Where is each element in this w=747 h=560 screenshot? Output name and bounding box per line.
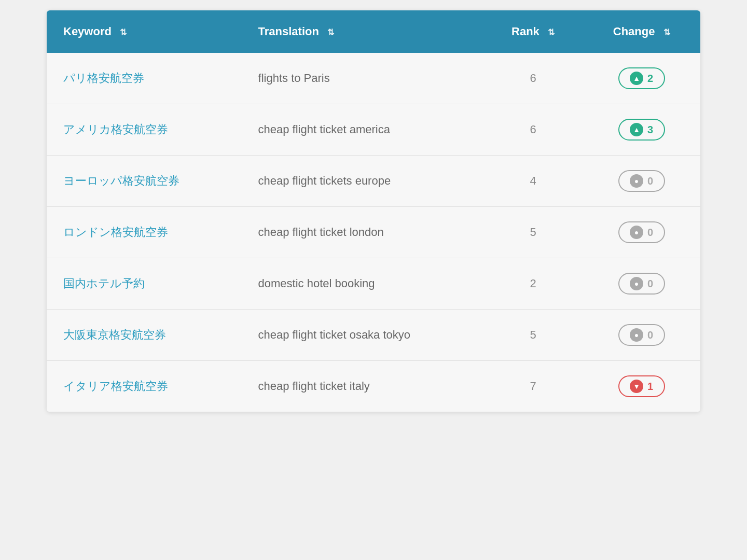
rank-header-label: Rank [511,25,540,38]
translation-cell: cheap flight ticket london [242,207,483,258]
change-cell: ●0 [583,207,700,258]
rank-cell: 4 [483,156,583,207]
table-row: アメリカ格安航空券cheap flight ticket america6▲3 [47,104,700,156]
translation-cell: cheap flight ticket america [242,104,483,156]
change-badge: ▲3 [618,119,665,141]
table-row: パリ格安航空券flights to Paris6▲2 [47,53,700,104]
keyword-cell: 大阪東京格安航空券 [47,310,242,361]
change-cell: ●0 [583,310,700,361]
rank-cell: 7 [483,361,583,412]
keywords-table: Keyword ⇅ Translation ⇅ Rank ⇅ Change ⇅ … [47,10,700,412]
table-row: ヨーロッパ格安航空券cheap flight tickets europe4●0 [47,156,700,207]
change-cell: ▼1 [583,361,700,412]
keyword-cell: ヨーロッパ格安航空券 [47,156,242,207]
change-cell: ●0 [583,258,700,310]
table-header-row: Keyword ⇅ Translation ⇅ Rank ⇅ Change ⇅ [47,10,700,53]
change-badge: ●0 [618,170,665,192]
rank-cell: 5 [483,207,583,258]
change-cell: ▲2 [583,53,700,104]
table-row: 大阪東京格安航空券cheap flight ticket osaka tokyo… [47,310,700,361]
change-direction-icon: ● [630,226,643,239]
change-value: 0 [647,227,653,239]
translation-cell: cheap flight tickets europe [242,156,483,207]
change-value: 2 [647,73,653,85]
rank-cell: 2 [483,258,583,310]
translation-sort-icon[interactable]: ⇅ [327,27,334,37]
keyword-cell: 国内ホテル予約 [47,258,242,310]
change-value: 1 [647,381,653,393]
rank-header[interactable]: Rank ⇅ [483,10,583,53]
change-header-label: Change [613,25,655,38]
translation-cell: cheap flight ticket italy [242,361,483,412]
change-badge: ●0 [618,324,665,346]
change-badge: ▲2 [618,67,665,89]
keyword-cell: アメリカ格安航空券 [47,104,242,156]
table-row: 国内ホテル予約domestic hotel booking2●0 [47,258,700,310]
change-value: 0 [647,278,653,290]
change-direction-icon: ● [630,328,643,342]
change-value: 0 [647,175,653,187]
change-value: 3 [647,124,653,136]
rank-cell: 6 [483,53,583,104]
translation-cell: flights to Paris [242,53,483,104]
change-direction-icon: ▲ [630,123,643,136]
change-value: 0 [647,329,653,341]
rank-cell: 6 [483,104,583,156]
keyword-sort-icon[interactable]: ⇅ [120,27,127,37]
change-badge: ▼1 [618,375,665,397]
table-row: ロンドン格安航空券cheap flight ticket london5●0 [47,207,700,258]
rank-cell: 5 [483,310,583,361]
change-sort-icon[interactable]: ⇅ [663,27,670,37]
change-badge: ●0 [618,273,665,295]
keyword-cell: ロンドン格安航空券 [47,207,242,258]
change-badge: ●0 [618,221,665,243]
change-direction-icon: ▲ [630,72,643,85]
change-direction-icon: ● [630,277,643,290]
translation-header[interactable]: Translation ⇅ [242,10,483,53]
change-direction-icon: ▼ [630,380,643,393]
keyword-cell: イタリア格安航空券 [47,361,242,412]
change-direction-icon: ● [630,174,643,188]
translation-header-label: Translation [258,25,319,38]
change-cell: ●0 [583,156,700,207]
keyword-cell: パリ格安航空券 [47,53,242,104]
translation-cell: cheap flight ticket osaka tokyo [242,310,483,361]
change-header[interactable]: Change ⇅ [583,10,700,53]
translation-cell: domestic hotel booking [242,258,483,310]
keyword-header-label: Keyword [63,25,112,38]
change-cell: ▲3 [583,104,700,156]
keyword-header[interactable]: Keyword ⇅ [47,10,242,53]
rank-sort-icon[interactable]: ⇅ [548,27,555,37]
table-row: イタリア格安航空券cheap flight ticket italy7▼1 [47,361,700,412]
